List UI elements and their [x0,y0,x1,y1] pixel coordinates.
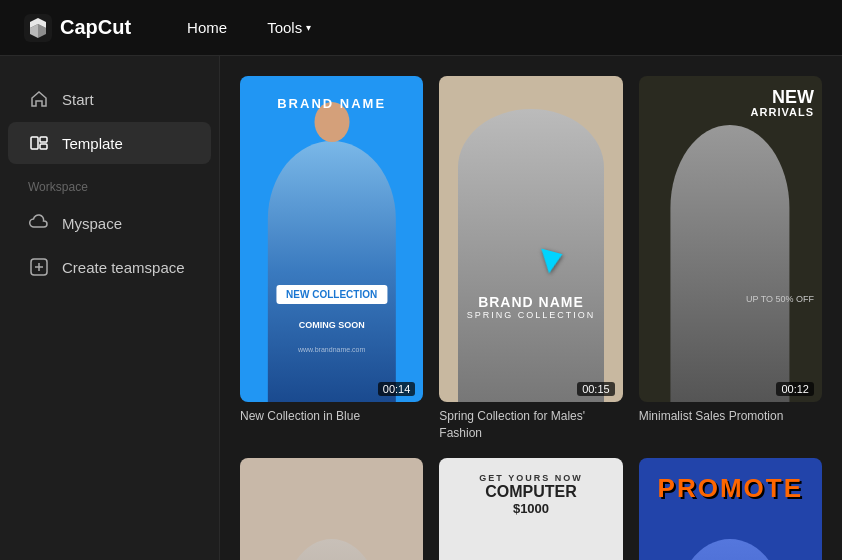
duration-3: 00:12 [776,382,814,396]
template-card-spring-collection[interactable]: BRAND NAME SPRING COLLECTION 00:15 Sprin… [439,76,622,442]
logo-text: CapCut [60,16,131,39]
upto-text-3: UP TO 50% OFF [746,294,814,304]
sidebar-create-teamspace-label: Create teamspace [62,259,185,276]
duration-1: 00:14 [378,382,416,396]
template-card-computer-promo[interactable]: GET YOURS NOW COMPUTER $1000 WWW.SAMPLE.… [439,458,622,561]
nav: Home Tools ▾ [171,13,327,42]
template-card-limited-sale[interactable]: LIMITED SALE 00:13 Limited Sale [240,458,423,561]
template-grid: BRAND NAME NEW COLLECTION COMING SOON ww… [240,76,822,560]
duration-2: 00:15 [577,382,615,396]
computer-text-5: COMPUTER [479,483,582,501]
svg-rect-3 [40,144,47,149]
card-thumb-4: LIMITED SALE 00:13 [240,458,423,561]
brand-2: BRAND NAME [448,294,613,310]
arrivals-text-3: ARRIVALS [751,106,814,118]
card-thumb-1: BRAND NAME NEW COLLECTION COMING SOON ww… [240,76,423,402]
chevron-down-icon: ▾ [306,22,311,33]
model-shape-6 [675,539,785,560]
card-thumb-3: NEW ARRIVALS UP TO 50% OFF 00:12 [639,76,822,402]
card-title-1: New Collection in Blue [240,408,423,425]
sidebar-item-template[interactable]: Template [8,122,211,164]
get-yours-5: GET YOURS NOW COMPUTER $1000 [479,473,582,516]
promote-text-6: PROMOTE [658,473,803,504]
card-title-2: Spring Collection for Males' Fashion [439,408,622,442]
workspace-label: Workspace [8,166,211,200]
spring-2: SPRING COLLECTION [448,310,613,320]
plus-icon [28,256,50,278]
svg-rect-1 [31,137,38,149]
header: CapCut Home Tools ▾ [0,0,842,56]
price-text-5: $1000 [479,501,582,516]
body: Start Template Workspace Myspace [0,56,842,560]
cta-sub-1: COMING SOON [299,320,365,330]
model-shape-2 [458,109,605,402]
brand-name-1: BRAND NAME [277,96,386,111]
home-icon [28,88,50,110]
model-shape-4 [281,539,382,560]
sidebar-template-label: Template [62,135,123,152]
nav-tools[interactable]: Tools ▾ [251,13,327,42]
nav-home[interactable]: Home [171,13,243,42]
capcut-logo-icon [24,14,52,42]
card-thumb-5: GET YOURS NOW COMPUTER $1000 WWW.SAMPLE.… [439,458,622,561]
new-text-3: NEW [751,88,814,106]
cta-text-1: NEW COLLECTION [286,289,377,300]
sidebar-start-label: Start [62,91,94,108]
nav-tools-label: Tools [267,19,302,36]
main-content: BRAND NAME NEW COLLECTION COMING SOON ww… [220,56,842,560]
template-card-new-collection-blue[interactable]: BRAND NAME NEW COLLECTION COMING SOON ww… [240,76,423,442]
get-text-5: GET YOURS NOW [479,473,582,483]
card-thumb-2: BRAND NAME SPRING COLLECTION 00:15 [439,76,622,402]
url-1: www.brandname.com [298,346,365,353]
sidebar-item-create-teamspace[interactable]: Create teamspace [8,246,211,288]
upto-3: UP TO 50% OFF [746,294,814,304]
overlay-text-2: BRAND NAME SPRING COLLECTION [448,294,613,320]
card-thumb-6: PROMOTE ONLINE ONLY 00:15 [639,458,822,561]
template-card-promote-online[interactable]: PROMOTE ONLINE ONLY 00:15 Promote Online [639,458,822,561]
card-title-3: Minimalist Sales Promotion [639,408,822,425]
cloud-icon [28,212,50,234]
model-shape-1 [267,141,395,402]
new-arrivals-3: NEW ARRIVALS [751,88,814,118]
model-shape-3 [671,125,790,402]
sidebar-item-start[interactable]: Start [8,78,211,120]
sidebar-myspace-label: Myspace [62,215,122,232]
sidebar: Start Template Workspace Myspace [0,56,220,560]
template-icon [28,132,50,154]
template-card-minimalist-sales[interactable]: NEW ARRIVALS UP TO 50% OFF 00:12 Minimal… [639,76,822,442]
cta-box-1: NEW COLLECTION [276,285,387,304]
logo: CapCut [24,14,131,42]
svg-rect-2 [40,137,47,142]
sidebar-item-myspace[interactable]: Myspace [8,202,211,244]
